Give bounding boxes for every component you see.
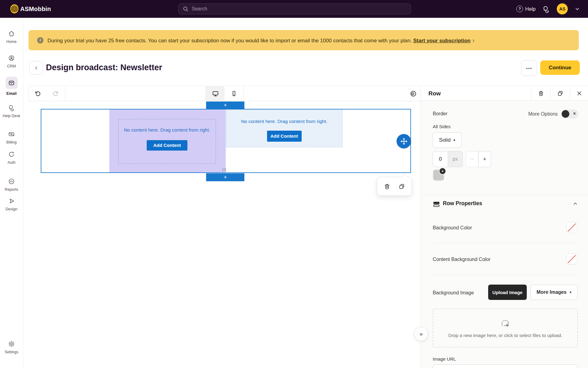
brand-name: ASMobbin — [20, 0, 51, 18]
undo-button[interactable] — [28, 86, 47, 101]
border-width-control: px − + — [433, 151, 491, 167]
avatar[interactable]: AS — [557, 3, 568, 14]
reports-icon — [8, 178, 15, 185]
decrease-width-button[interactable]: − — [466, 151, 478, 167]
border-width-input[interactable] — [433, 151, 448, 167]
settings-gear-icon — [8, 340, 15, 347]
toggle-knob — [562, 110, 569, 118]
border-section-label: Border — [433, 111, 447, 117]
search-input[interactable] — [191, 6, 406, 12]
sidebar-item-help-desk[interactable]: Help Desk — [0, 104, 23, 118]
add-content-button[interactable]: Add Content — [147, 140, 187, 151]
panel-duplicate-button[interactable] — [550, 86, 570, 100]
delete-row-button[interactable] — [384, 183, 390, 190]
crm-icon — [8, 55, 15, 62]
section-divider — [421, 195, 588, 195]
image-url-label: Image URL — [433, 356, 456, 362]
sidebar-item-billing[interactable]: Billing — [0, 131, 23, 144]
add-row-above-button[interactable]: + — [206, 102, 244, 109]
panel-close-button[interactable] — [570, 86, 588, 100]
empty-column-text: No content here. Drag content from right… — [124, 126, 210, 134]
clear-color-button[interactable]: × — [439, 167, 446, 175]
move-arrows-icon — [400, 137, 408, 145]
sidebar-item-home[interactable]: Home — [0, 30, 23, 44]
row-properties-title: Row Properties — [443, 200, 482, 207]
toggle-off-x-icon: × — [573, 111, 576, 116]
more-actions-button[interactable]: ••• — [521, 60, 537, 76]
back-button[interactable] — [29, 61, 43, 75]
sidebar-item-reports[interactable]: Reports — [0, 178, 23, 192]
email-icon — [6, 77, 18, 89]
sidebar-item-crm[interactable]: CRM — [0, 55, 23, 68]
empty-column-dropzone[interactable]: No content here. Drag content from right… — [226, 110, 342, 147]
select-files-cursor-icon — [499, 318, 511, 330]
border-style-select[interactable]: Solid ▾ — [433, 132, 462, 148]
section-divider — [433, 275, 578, 275]
start-subscription-link[interactable]: Start your subscription — [413, 38, 470, 44]
section-divider — [433, 243, 578, 243]
feedback-chat-icon[interactable] — [542, 5, 550, 13]
caret-down-icon: ▾ — [570, 290, 571, 294]
plus-icon: + — [224, 174, 227, 181]
panel-title: Row — [428, 86, 441, 101]
sidebar-item-settings[interactable]: Settings — [0, 340, 23, 354]
billing-icon — [8, 131, 15, 138]
mobile-view-button[interactable] — [224, 86, 244, 101]
content-background-color-swatch[interactable] — [566, 254, 577, 265]
background-color-swatch[interactable] — [566, 222, 577, 233]
border-width-unit: px — [448, 151, 463, 167]
help-button[interactable]: ? Help — [516, 6, 536, 12]
row-actions-popover — [377, 177, 412, 196]
more-options-label: More Options — [528, 111, 558, 117]
border-color-swatch[interactable]: × — [433, 169, 444, 181]
image-upload-dropzone[interactable]: Drop a new image here, or click to selec… — [433, 309, 578, 347]
chevron-left-icon — [34, 65, 39, 71]
account-chevron-down-icon[interactable] — [575, 6, 580, 12]
sidebar-nav: Home CRM Email Help Desk Billing Auth Re… — [0, 18, 23, 368]
rows-icon — [433, 201, 440, 208]
home-icon — [8, 30, 15, 37]
panel-delete-button[interactable] — [531, 86, 550, 100]
row-move-handle[interactable] — [397, 134, 411, 148]
more-options-toggle[interactable]: × — [561, 109, 579, 118]
plus-icon: + — [224, 102, 227, 109]
editor-toolbar — [28, 86, 420, 101]
desktop-icon — [212, 90, 219, 97]
increase-width-button[interactable]: + — [478, 151, 491, 167]
mobile-icon — [231, 90, 237, 97]
help-desk-icon — [8, 104, 15, 111]
empty-column-dropzone[interactable]: No content here. Drag content from right… — [118, 119, 216, 164]
page-title: Design broadcast: Newsletter — [46, 60, 162, 75]
redo-button[interactable] — [46, 86, 65, 101]
app-logo-icon — [9, 4, 20, 14]
more-images-select[interactable]: More Images ▾ — [530, 285, 578, 300]
dropzone-text: Drop a new image here, or click to selec… — [448, 333, 562, 338]
sidebar-item-design[interactable]: Design — [0, 197, 23, 211]
top-navbar: ASMobbin ? Help AS — [0, 0, 588, 18]
link-chevron-right-icon: › — [472, 37, 474, 44]
duplicate-row-button[interactable] — [398, 183, 405, 190]
desktop-view-button[interactable] — [205, 86, 225, 101]
continue-button[interactable]: Continue — [540, 60, 580, 75]
add-content-button[interactable]: Add Content — [267, 131, 302, 142]
column-resize-grip[interactable] — [222, 168, 226, 171]
sidebar-item-auth[interactable]: Auth — [0, 151, 23, 165]
empty-column-text: No content here. Drag content from right… — [241, 117, 327, 125]
row-settings-panel: Border More Options × All Sides Solid ▾ … — [420, 101, 588, 368]
collapse-chevron-up-icon[interactable] — [572, 201, 578, 207]
image-url-input[interactable] — [433, 364, 578, 368]
preview-button[interactable] — [406, 86, 420, 101]
add-row-below-button[interactable]: + — [206, 173, 244, 181]
global-search[interactable] — [178, 3, 411, 14]
info-icon: i — [37, 37, 43, 44]
trial-banner-text: During your trial you have 25 free conta… — [47, 37, 474, 44]
auth-icon — [8, 151, 15, 158]
redo-icon — [52, 90, 59, 97]
collapse-panel-button[interactable]: » — [414, 327, 428, 341]
selected-row[interactable]: No content here. Drag content from right… — [41, 109, 411, 173]
sidebar-item-email[interactable]: Email — [0, 77, 23, 96]
upload-image-button[interactable]: Upload Image — [488, 285, 527, 300]
trial-banner: i During your trial you have 25 free con… — [28, 30, 579, 50]
all-sides-label: All Sides — [433, 124, 450, 129]
content-background-color-label: Content Background Color — [433, 257, 491, 262]
